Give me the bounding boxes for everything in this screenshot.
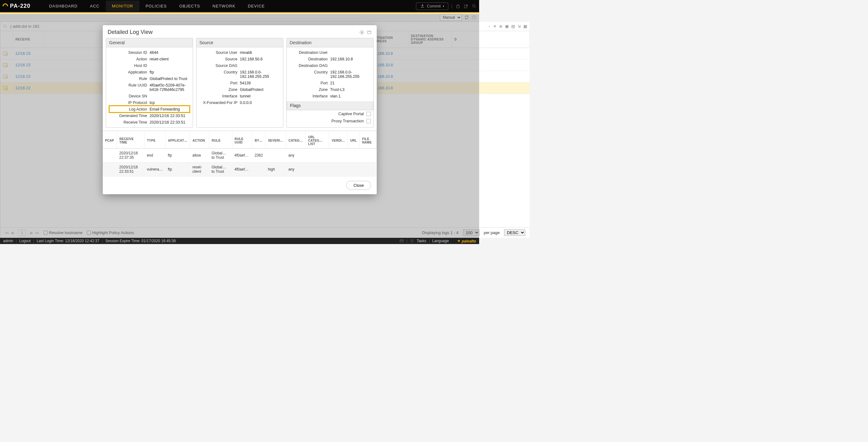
dt-col[interactable]: RECEIVE TIME [117, 131, 145, 149]
dt-col[interactable]: URL [347, 131, 359, 149]
kv-destination-user: Destination User [290, 49, 370, 56]
checkbox-icon[interactable] [367, 112, 371, 116]
dt-col[interactable]: CATEG… [286, 131, 305, 149]
kv-zone: ZoneTrust-L3 [290, 86, 370, 93]
kv-country: Country192.168.0.0-192.168.255.255 [199, 69, 280, 80]
kv-generated-time: Generated Time2020/12/16 22:33:51 [109, 113, 190, 119]
detailed-log-view-modal: Detailed Log View ? General Session ID46… [103, 25, 377, 194]
panel-destination-title: Destination [287, 38, 373, 47]
nav-dashboard[interactable]: DASHBOARD [43, 1, 84, 11]
help-icon[interactable]: ? [359, 30, 364, 35]
kv-host-id: Host ID [109, 62, 190, 69]
panel-destination: Destination Destination UserDestination1… [286, 38, 374, 128]
detail-table-wrap[interactable]: PCAPRECEIVE TIMETYPEAPPLICAT…ACTIONRULER… [103, 131, 377, 177]
flag-proxy-transaction: Proxy Transaction [287, 117, 373, 125]
commit-label: Commit [427, 4, 441, 8]
top-bar: PA-220 DASHBOARD ACC MONITOR POLICIES OB… [0, 0, 479, 13]
svg-point-2 [473, 4, 475, 7]
detail-row[interactable]: 2020/12/16 22:37:35endftpallowGlobal… to… [103, 149, 377, 162]
dt-col[interactable]: TYPE [145, 131, 165, 149]
kv-ip-protocol: IP Protocoltcp [109, 99, 190, 106]
nav-monitor[interactable]: MONITOR [106, 1, 140, 11]
logo-mark-icon [1, 2, 9, 10]
kv-source-dag: Source DAG [199, 62, 280, 69]
dt-col[interactable]: SEVERI… [265, 131, 286, 149]
dt-col[interactable]: RULE [209, 131, 232, 149]
status-bar: admin| Logout| Last Login Time: 12/18/20… [0, 238, 479, 244]
kv-interface: Interfacevlan.1 [290, 93, 370, 99]
status-tasks[interactable]: Tasks [416, 239, 426, 243]
dt-col[interactable]: ACTION [190, 131, 209, 149]
nav-device[interactable]: DEVICE [242, 1, 271, 11]
kv-receive-time: Receive Time2020/12/16 22:33:51 [109, 119, 190, 125]
status-language[interactable]: Language [432, 239, 448, 243]
query-load-icon[interactable]: ▤ [511, 24, 515, 29]
status-last-login: Last Login Time: 12/18/2020 12:42:37 [37, 239, 100, 243]
dt-col[interactable]: BY… [252, 131, 266, 149]
vendor-logo: ✦ paloalto [457, 239, 476, 244]
query-export-icon[interactable]: ⇲ [518, 24, 521, 29]
status-user: admin [3, 239, 13, 243]
kv-source: Source192.168.50.6 [199, 56, 280, 62]
per-page-label: per page [484, 230, 500, 235]
status-session-expire: Session Expire Time: 01/17/2020 16:45:38 [105, 239, 176, 243]
status-logout[interactable]: Logout [19, 239, 31, 243]
detail-row[interactable]: 2020/12/16 22:33:51vulnera…ftpreset-clie… [103, 162, 377, 177]
svg-rect-0 [457, 6, 459, 8]
modal-overlay[interactable]: Detailed Log View ? General Session ID46… [0, 14, 479, 238]
dt-col[interactable]: PCAP [103, 131, 117, 149]
panel-flags-title: Flags [287, 101, 373, 110]
kv-log-action: Log ActionEmail Forwarding [109, 106, 190, 113]
detail-table: PCAPRECEIVE TIMETYPEAPPLICAT…ACTIONRULER… [103, 131, 377, 177]
query-save-icon[interactable]: ▣ [505, 24, 509, 29]
close-button[interactable]: Close [346, 181, 371, 190]
query-settings-icon[interactable]: ▦ [523, 24, 527, 29]
dt-col[interactable]: RULE UUID [232, 131, 252, 149]
config-export-icon[interactable] [464, 4, 469, 9]
dt-col[interactable]: URL CATEG… LIST [305, 131, 329, 149]
svg-rect-48 [367, 31, 371, 34]
dt-col[interactable]: APPLICAT… [165, 131, 190, 149]
panel-general-title: General [106, 38, 193, 47]
kv-country: Country192.168.0.0-192.168.255.255 [290, 69, 370, 80]
panel-general: General Session ID4644Actionreset-client… [106, 38, 193, 128]
tasks-icon[interactable] [410, 239, 414, 243]
window-icon[interactable] [367, 30, 372, 35]
kv-action: Actionreset-client [109, 56, 190, 62]
kv-device-sn: Device SN [109, 93, 190, 99]
panel-source-title: Source [196, 38, 283, 47]
flag-captive-portal: Captive Portal [287, 110, 373, 117]
kv-interface: Interfacetunnel [199, 93, 280, 99]
config-lock-icon[interactable] [456, 4, 461, 9]
query-clear-icon[interactable]: ✕ [493, 24, 497, 29]
kv-port: Port21 [290, 80, 370, 86]
nav-acc[interactable]: ACC [84, 1, 105, 11]
dt-col[interactable]: FILE NAME [360, 131, 376, 149]
svg-text:?: ? [361, 31, 363, 34]
checkbox-icon[interactable] [367, 119, 371, 123]
kv-source-user: Source Usermivaldi [199, 49, 280, 56]
commit-button[interactable]: Commit ▾ [416, 2, 448, 10]
query-add-icon[interactable]: ⊕ [499, 24, 502, 29]
commit-icon [420, 4, 425, 9]
modal-title: Detailed Log View [108, 29, 357, 35]
nav-network[interactable]: NETWORK [207, 1, 242, 11]
logo: PA-220 [2, 3, 31, 9]
mail-icon[interactable] [399, 239, 404, 243]
nav-policies[interactable]: POLICIES [140, 1, 173, 11]
top-nav: DASHBOARD ACC MONITOR POLICIES OBJECTS N… [43, 1, 271, 11]
logo-text: PA-220 [10, 3, 31, 9]
kv-destination: Destination192.168.10.8 [290, 56, 370, 62]
kv-rule: RuleGlobalProtect to Trust [109, 75, 190, 82]
kv-session-id: Session ID4644 [109, 49, 190, 56]
kv-x-forwarded-for-ip: X-Forwarded-For IP0.0.0.0 [199, 99, 280, 106]
dt-col[interactable]: VERDI… [329, 131, 347, 149]
caret-down-icon: ▾ [443, 5, 444, 8]
kv-port: Port54139 [199, 80, 280, 86]
nav-objects[interactable]: OBJECTS [173, 1, 207, 11]
search-icon[interactable] [472, 4, 477, 9]
query-apply-icon[interactable]: → [487, 24, 491, 29]
kv-zone: ZoneGlobalProtect [199, 86, 280, 93]
kv-application: Applicationftp [109, 69, 190, 75]
sort-select[interactable]: DESC [504, 229, 525, 236]
